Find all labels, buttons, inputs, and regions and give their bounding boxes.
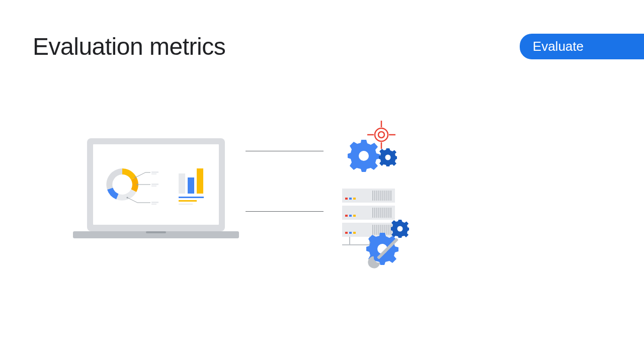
svg-rect-40 [378, 191, 379, 201]
svg-rect-48 [345, 215, 348, 217]
svg-rect-38 [374, 191, 375, 201]
svg-rect-13 [151, 186, 156, 187]
svg-rect-62 [345, 232, 348, 234]
connector-line-top [246, 151, 324, 151]
evaluate-badge: Evaluate [520, 34, 644, 59]
svg-rect-21 [197, 168, 203, 194]
connector-line-bottom [246, 211, 324, 212]
svg-rect-50 [353, 215, 356, 217]
svg-rect-46 [390, 191, 391, 201]
svg-rect-18 [151, 204, 156, 205]
svg-rect-73 [388, 225, 389, 235]
svg-point-78 [397, 226, 403, 232]
illustration-area [50, 121, 443, 282]
svg-rect-36 [353, 198, 356, 200]
server-tuning-icon [342, 189, 430, 274]
svg-rect-19 [179, 173, 185, 194]
svg-rect-22 [179, 197, 204, 198]
svg-point-25 [375, 128, 388, 141]
gears-target-icon [345, 121, 405, 178]
svg-rect-45 [388, 191, 389, 201]
svg-rect-17 [151, 202, 158, 203]
svg-rect-64 [353, 232, 356, 234]
svg-rect-8 [151, 173, 156, 174]
svg-point-32 [385, 155, 391, 160]
svg-rect-3 [146, 231, 166, 233]
svg-rect-54 [378, 208, 379, 218]
svg-rect-63 [349, 232, 352, 234]
svg-rect-34 [345, 198, 348, 200]
svg-rect-66 [374, 225, 375, 235]
svg-rect-43 [384, 191, 385, 201]
svg-rect-44 [386, 191, 387, 201]
svg-rect-12 [151, 184, 158, 185]
svg-rect-60 [390, 208, 391, 218]
svg-rect-57 [384, 208, 385, 218]
svg-rect-39 [376, 191, 377, 201]
svg-point-16 [127, 197, 128, 199]
svg-point-6 [135, 177, 136, 178]
svg-rect-53 [376, 208, 377, 218]
svg-rect-23 [179, 200, 197, 202]
page-title: Evaluation metrics [33, 33, 225, 60]
laptop-analytics-icon [73, 138, 244, 246]
svg-rect-67 [376, 225, 377, 235]
svg-rect-68 [378, 225, 379, 235]
svg-rect-55 [380, 208, 381, 218]
svg-point-31 [359, 151, 369, 161]
svg-rect-20 [188, 177, 194, 194]
svg-rect-58 [386, 208, 387, 218]
svg-rect-42 [382, 191, 383, 201]
svg-rect-51 [372, 208, 373, 218]
svg-rect-37 [372, 191, 373, 201]
svg-point-11 [137, 184, 138, 186]
svg-rect-72 [386, 225, 387, 235]
svg-rect-56 [382, 208, 383, 218]
svg-rect-41 [380, 191, 381, 201]
svg-rect-49 [349, 215, 352, 217]
svg-rect-59 [388, 208, 389, 218]
svg-rect-52 [374, 208, 375, 218]
svg-rect-65 [372, 225, 373, 235]
svg-rect-24 [179, 204, 193, 205]
svg-point-26 [378, 132, 384, 138]
svg-rect-35 [349, 198, 352, 200]
svg-rect-7 [151, 171, 158, 173]
